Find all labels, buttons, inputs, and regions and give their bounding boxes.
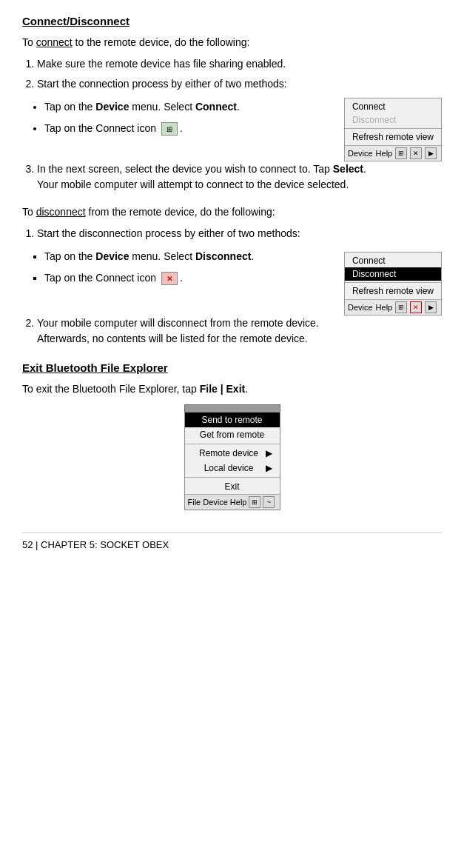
disconnect-step2-list: Your mobile computer will disconnect fro… bbox=[37, 316, 442, 347]
connect-select-label: Connect bbox=[195, 101, 237, 113]
section-heading: Connect/Disconnect bbox=[22, 15, 442, 27]
disconnect-menu-box: Connect Disconnect Refresh remote view D… bbox=[344, 252, 442, 316]
file-menu-container: Send to remote Get from remote Remote de… bbox=[22, 404, 442, 510]
disconnect-menu-float: Connect Disconnect Refresh remote view D… bbox=[344, 252, 442, 316]
menu-divider bbox=[345, 128, 441, 129]
dtoolbar-device-label[interactable]: Device bbox=[348, 303, 373, 312]
connect-menu-float: Connect Disconnect Refresh remote view D… bbox=[344, 98, 442, 161]
file-menu-toolbar: File Device Help ⊞ ~ bbox=[185, 494, 280, 510]
connect-step-1: Make sure the remote device has file sha… bbox=[37, 56, 442, 72]
connect-bullets-block: Connect Disconnect Refresh remote view D… bbox=[22, 99, 442, 161]
toolbar-help-label[interactable]: Help bbox=[376, 149, 393, 158]
connect-menu-toolbar: Device Help ⊞ ✕ ▶ bbox=[345, 145, 441, 161]
connect-intro: To connect to the remote device, do the … bbox=[22, 35, 442, 50]
connect-menu-items: Connect Disconnect Refresh remote view bbox=[345, 99, 441, 145]
connect-step-2: Start the connection process by either o… bbox=[37, 76, 442, 92]
exit-intro: To exit the Bluetooth File Explorer, tap… bbox=[22, 381, 442, 397]
disconnect-section: To disconnect from the remote device, do… bbox=[22, 204, 442, 347]
connect-icon[interactable]: ⊞ bbox=[161, 122, 178, 136]
ftoolbar-btn2[interactable]: ~ bbox=[263, 496, 275, 508]
connect-step3-line2: Your mobile computer will attempt to con… bbox=[37, 178, 349, 190]
disconnect-steps-list: Start the disconnection process by eithe… bbox=[37, 226, 442, 241]
fmenu-get-remote[interactable]: Get from remote bbox=[185, 427, 280, 442]
dmenu-item-disconnect[interactable]: Disconnect bbox=[345, 267, 441, 281]
connect-underline: connect bbox=[36, 36, 73, 48]
menu-item-connect[interactable]: Connect bbox=[345, 100, 441, 113]
toolbar-btn1[interactable]: ⊞ bbox=[395, 147, 407, 159]
disconnect-select-label: Disconnect bbox=[195, 250, 251, 262]
dtoolbar-btn2[interactable]: ✕ bbox=[410, 301, 422, 313]
disconnect-menu-items: Connect Disconnect Refresh remote view bbox=[345, 253, 441, 299]
toolbar-btn2[interactable]: ✕ bbox=[410, 147, 422, 159]
d-device-label: Device bbox=[95, 250, 129, 262]
device-label: Device bbox=[95, 101, 129, 113]
disconnect-underline: disconnect bbox=[36, 206, 86, 218]
connect-step-3: In the next screen, select the device yo… bbox=[37, 161, 442, 193]
dtoolbar-btn1[interactable]: ⊞ bbox=[395, 301, 407, 313]
disconnect-menu-toolbar: Device Help ⊞ ✕ ▶ bbox=[345, 299, 441, 315]
disconnect-bullets-block: Connect Disconnect Refresh remote view D… bbox=[22, 249, 442, 316]
menu-item-refresh[interactable]: Refresh remote view bbox=[345, 130, 441, 144]
connect-steps-list: Make sure the remote device has file sha… bbox=[37, 56, 442, 92]
page-footer: 52 | CHAPTER 5: SOCKET OBEX bbox=[22, 533, 442, 550]
exit-heading: Exit Bluetooth File Explorer bbox=[22, 361, 442, 374]
ftoolbar-btn1[interactable]: ⊞ bbox=[249, 496, 260, 508]
disconnect-step-1: Start the disconnection process by eithe… bbox=[37, 226, 442, 241]
file-menu-title-bar bbox=[184, 404, 280, 412]
ftoolbar-file-label[interactable]: File bbox=[188, 498, 201, 507]
dtoolbar-help-label[interactable]: Help bbox=[376, 303, 393, 312]
ftoolbar-help-label[interactable]: Help bbox=[230, 498, 247, 507]
fmenu-exit[interactable]: Exit bbox=[185, 479, 280, 494]
exit-section: Exit Bluetooth File Explorer To exit the… bbox=[22, 361, 442, 510]
file-menu-box: Send to remote Get from remote Remote de… bbox=[184, 412, 280, 510]
fmenu-remote-device[interactable]: Remote device bbox=[185, 446, 280, 461]
footer-text: 52 | CHAPTER 5: SOCKET OBEX bbox=[22, 539, 169, 550]
file-exit-label: File | Exit bbox=[200, 383, 246, 395]
connect-step3-list: In the next screen, select the device yo… bbox=[37, 161, 442, 193]
dmenu-item-connect[interactable]: Connect bbox=[345, 254, 441, 267]
file-menu-wrapper: Send to remote Get from remote Remote de… bbox=[184, 404, 280, 510]
fmenu-send-remote[interactable]: Send to remote bbox=[185, 413, 280, 427]
menu-item-disconnect-gray: Disconnect bbox=[345, 113, 441, 127]
dmenu-item-refresh[interactable]: Refresh remote view bbox=[345, 284, 441, 298]
disconnect-icon[interactable]: ✕ bbox=[161, 272, 178, 285]
fmenu-divider2 bbox=[185, 477, 280, 478]
disconnect-step2-line2: Afterwards, no contents will be listed f… bbox=[37, 333, 308, 344]
dtoolbar-btn3[interactable]: ▶ bbox=[425, 301, 437, 313]
toolbar-btn3[interactable]: ▶ bbox=[425, 147, 437, 159]
disconnect-intro: To disconnect from the remote device, do… bbox=[22, 204, 442, 220]
dmenu-divider bbox=[345, 282, 441, 283]
ftoolbar-device-label[interactable]: Device bbox=[203, 498, 228, 507]
connect-menu-box: Connect Disconnect Refresh remote view D… bbox=[344, 98, 442, 161]
select-label: Select bbox=[333, 163, 363, 175]
disconnect-step-2: Your mobile computer will disconnect fro… bbox=[37, 316, 442, 347]
connect-disconnect-section: Connect/Disconnect To connect to the rem… bbox=[22, 15, 442, 193]
fmenu-local-device[interactable]: Local device bbox=[185, 461, 280, 475]
fmenu-divider1 bbox=[185, 444, 280, 444]
toolbar-device-label[interactable]: Device bbox=[348, 149, 373, 158]
